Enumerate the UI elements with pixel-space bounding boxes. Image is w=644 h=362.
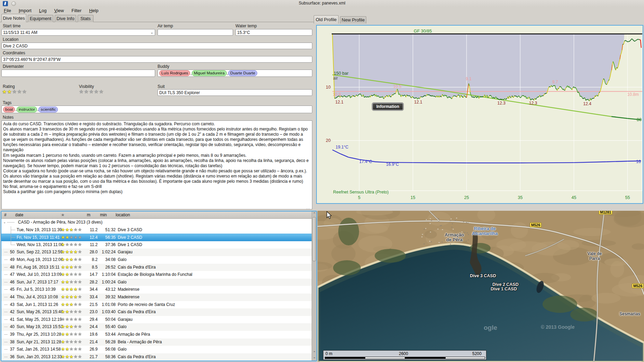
dive-row[interactable]: Fri, Nov 15, 2013 11:41★★★★★12.456:35Div…: [1, 234, 316, 241]
dive-number: 48: [4, 265, 15, 270]
star-icon: ★: [69, 309, 73, 314]
dive-row[interactable]: 47Wed, Jul 10, 2013 13:09★★★★★14.71:10:0…: [1, 271, 316, 279]
trip-expander-icon[interactable]: ⌄: [3, 220, 6, 224]
dive-duration: 1:02:24: [98, 250, 116, 254]
column-header-num[interactable]: #: [4, 212, 7, 217]
dive-depth: 28.2: [80, 280, 98, 284]
star-icon: ★: [69, 294, 73, 299]
road-badge: M526: [632, 283, 644, 288]
notes-textarea[interactable]: Aula do curso CASD. Transectos c/video e…: [1, 120, 312, 209]
star-icon: ★: [61, 332, 65, 337]
water-temp-label: Water temp: [235, 24, 257, 28]
dive-row[interactable]: 44Thu, Jul 4, 2013 10:08★★★★★33.439:32Ma…: [1, 293, 316, 301]
star-icon: ★: [73, 272, 78, 277]
dive-row[interactable]: 49Mon, Aug 19, 2013 12:06★★★★★8.234:08Ga…: [1, 256, 316, 264]
dive-map[interactable]: Armação de PêraRibeira de AlcantarilhaVa…: [317, 211, 644, 362]
dive-row[interactable]: 50Sun, Sep 22, 2013 12:59★★★★★28.01:02:2…: [1, 248, 316, 256]
menu-item-filter[interactable]: Filter: [68, 7, 85, 13]
dive-list-header[interactable]: #date★mminlocation⋮⋮⋮⋮⋮: [1, 211, 316, 219]
dive-site-label: Dive 3 CASD: [470, 273, 496, 278]
scroll-up-icon[interactable]: ⌃: [312, 212, 317, 216]
column-separator: ⋮: [99, 213, 102, 216]
dive-row[interactable]: 43Sat, Jun 1, 2013 11:26★★★★★21.51:01:08…: [1, 301, 316, 309]
start-time-combobox[interactable]: 11/15/13 11:41 AM ⌄: [1, 29, 155, 36]
coordinates-input[interactable]: 37°05'23.460"N 8°20'47.879"W: [1, 56, 312, 63]
dive-list-panel[interactable]: #date★mminlocation⋮⋮⋮⋮⋮⌄CASD - Armação d…: [1, 211, 317, 361]
dive-row[interactable]: 41Sat, May 25, 2013 12:19★★★★★29.450:04G…: [1, 316, 316, 324]
star-icon: ★: [61, 257, 65, 262]
window-titlebar[interactable]: Subsurface: paneves.xml: [0, 0, 644, 7]
air-temp-input[interactable]: [158, 29, 233, 36]
location-input[interactable]: Dive 2 CASD: [1, 43, 312, 49]
star-icon: ★: [65, 257, 69, 262]
rating-stars[interactable]: ★★★★★: [2, 89, 27, 94]
start-time-value: 11/15/13 11:41 AM: [3, 30, 37, 35]
dive-row[interactable]: 48Fri, Aug 16, 2013 15:11★★★★★8.526:52Ca…: [1, 264, 316, 271]
star-icon: ★: [69, 346, 73, 352]
dive-row[interactable]: 37Sat, Jan 26, 2013 14:58★★★★★26.956:08G…: [1, 346, 316, 353]
dive-location: Dive 1 CASD: [118, 242, 142, 247]
star-icon: ★: [73, 339, 78, 344]
information-button[interactable]: Information: [372, 103, 403, 110]
start-time-label: Start time: [3, 24, 20, 28]
menu-bar: FileImportLogViewFilterHelp: [0, 7, 314, 14]
menu-item-help[interactable]: Help: [85, 7, 102, 13]
tab-new-profile[interactable]: New Profile: [340, 16, 366, 24]
splitter-handle[interactable]: ···: [306, 207, 310, 210]
star-icon: ★: [65, 302, 69, 307]
star-icon: ★: [79, 89, 84, 94]
dive-row[interactable]: 46Sun, Jul 7, 2013 17:17★★★★★28.21:00:24…: [1, 279, 316, 286]
water-temp-input[interactable]: 15.3°C: [235, 29, 312, 36]
menu-item-file[interactable]: File: [0, 7, 15, 13]
divemaster-input[interactable]: [1, 70, 155, 77]
scroll-down-icon[interactable]: ⌄: [312, 355, 317, 359]
dive-location: Cais da Pedra d'Eira: [118, 354, 156, 359]
dive-duration: 56:35: [98, 235, 116, 240]
scroll-up-icon[interactable]: ⌃: [312, 351, 317, 355]
menu-item-view[interactable]: View: [51, 7, 68, 13]
dive-row[interactable]: 38Sun, Apr 21, 2013 11:28★★★★★21.456:28B…: [1, 338, 316, 346]
dive-number: 39: [4, 332, 15, 337]
dive-row[interactable]: Wed, Nov 13, 2013 11:06★★★★★11.237:36Div…: [1, 241, 316, 249]
dive-rating: ★★★★★: [61, 317, 82, 322]
dive-row[interactable]: 42Sun, May 26, 2013 15:40★★★★★23.01:03:4…: [1, 308, 316, 316]
menu-item-log[interactable]: Log: [35, 7, 51, 13]
tab-dive-info[interactable]: Dive Info: [55, 15, 76, 22]
visibility-stars[interactable]: ★★★★★: [79, 89, 104, 94]
buddy-pill-1: Luís Rodrigues: [159, 70, 190, 76]
svg-text:Reefnet Sensus Ultra (Preto): Reefnet Sensus Ultra (Preto): [333, 190, 389, 194]
dive-date: Fri, Aug 16, 2013 15:11: [17, 265, 60, 270]
dive-depth: 21.5: [80, 302, 98, 307]
menu-item-import[interactable]: Import: [15, 7, 35, 13]
dive-list-scrollbar[interactable]: ⌃⌃⌄: [312, 211, 317, 361]
scale-label-mid: 2600: [399, 351, 408, 356]
tab-equipment[interactable]: Equipment: [28, 15, 53, 22]
svg-text:12.3: 12.3: [498, 101, 506, 106]
profile-plot: GF 30/85102051525354555Reefnet Sensus Ul…: [317, 26, 643, 203]
star-icon: ★: [22, 89, 27, 94]
dive-row[interactable]: 36Sun, Jan 20, 2013 12:33★★★★★21.758:36C…: [1, 353, 316, 361]
map-watermark: © 2013 Google: [541, 324, 574, 330]
dive-rating: ★★★★★: [61, 242, 82, 247]
svg-text:45: 45: [572, 195, 576, 200]
dive-row[interactable]: 45Fri, Jul 5, 2013 10:39★★★★★34.443:12Ma…: [1, 286, 316, 293]
dive-row[interactable]: 40Sun, May 19, 2013 15:53★★★★★24.455:40G…: [1, 323, 316, 331]
tags-input[interactable]: boat, instructor, scientific: [1, 106, 312, 113]
chevron-down-icon: ⌄: [151, 30, 153, 34]
dive-row[interactable]: Tue, Nov 19, 2013 11:39★★★★★11.251:32Div…: [1, 226, 316, 234]
suit-input[interactable]: DUI TLS 350 Explorer: [158, 89, 312, 96]
tab-old-profile[interactable]: Old Profile: [314, 15, 339, 24]
dive-rating: ★★★★★: [61, 332, 82, 337]
buddy-input[interactable]: Luís Rodrigues, Miguel Madureira, Duarte…: [158, 70, 312, 77]
star-icon: ★: [61, 235, 65, 240]
dive-row[interactable]: 39Thu, Apr 25, 2013 10:28★★★★★19.653:44A…: [1, 331, 316, 338]
dive-number: 43: [4, 302, 15, 307]
tab-stats[interactable]: Stats: [78, 15, 93, 22]
scrollbar-thumb[interactable]: [312, 217, 316, 261]
svg-text:16: 16: [636, 159, 641, 164]
column-header-location[interactable]: location: [116, 212, 130, 217]
dive-profile-chart[interactable]: GF 30/85102051525354555Reefnet Sensus Ul…: [316, 25, 643, 204]
tab-dive-notes[interactable]: Dive Notes: [1, 14, 26, 22]
trip-row[interactable]: ⌄CASD - Armação de Pêra, Nov 2013 (3 div…: [1, 219, 316, 226]
star-icon: ★: [73, 264, 78, 270]
